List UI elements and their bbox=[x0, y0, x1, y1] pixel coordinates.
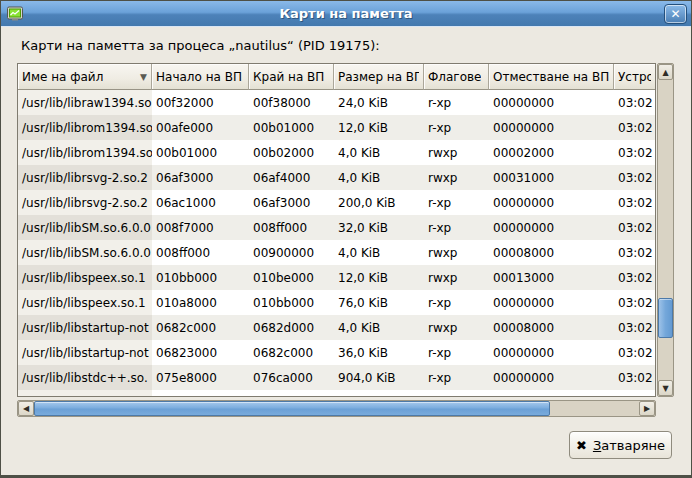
cell-filename: /usr/lib/libSM.so.6.0.0 bbox=[18, 240, 152, 265]
horizontal-scroll-track[interactable] bbox=[34, 401, 639, 416]
cell-start: 00b01000 bbox=[152, 140, 249, 165]
cell-device: 03:02 bbox=[614, 365, 656, 390]
column-header-size[interactable]: Размер на ВП bbox=[334, 64, 424, 90]
cell-end: 076ca000 bbox=[249, 365, 334, 390]
close-dialog-button[interactable]: ✖ Затваряне bbox=[569, 431, 672, 459]
cell-end: 0682c000 bbox=[249, 340, 334, 365]
table-row[interactable]: /usr/lib/libspeex.so.1010bb000010be00012… bbox=[18, 265, 655, 290]
column-header-label: Име на файл bbox=[22, 70, 103, 84]
sort-descending-icon: ▼ bbox=[137, 72, 147, 82]
column-header-flags[interactable]: Флагове bbox=[424, 64, 489, 90]
cell-start: 06af3000 bbox=[152, 165, 249, 190]
cell-size: 12,0 KiB bbox=[334, 115, 424, 140]
cell-start: 008f7000 bbox=[152, 215, 249, 240]
cell-filename: /usr/lib/librsvg-2.so.2 bbox=[18, 165, 152, 190]
scroll-left-icon[interactable]: ◀ bbox=[18, 401, 34, 416]
cell-start: 075e8000 bbox=[152, 365, 249, 390]
cell-flags: rwxp bbox=[424, 240, 489, 265]
table-row[interactable]: /usr/lib/libspeex.so.1010a8000010bb00076… bbox=[18, 290, 655, 315]
cell-start: 0682c000 bbox=[152, 315, 249, 340]
column-header-label: Начало на ВП bbox=[156, 70, 242, 84]
cell-start: 010a8000 bbox=[152, 290, 249, 315]
cell-size: 12,0 KiB bbox=[334, 265, 424, 290]
vertical-scroll-track[interactable] bbox=[658, 80, 673, 380]
cell-filename: /usr/lib/libspeex.so.1 bbox=[18, 265, 152, 290]
cell-flags: rwxp bbox=[424, 140, 489, 165]
cell-size: 200,0 KiB bbox=[334, 190, 424, 215]
cell-end: 00b02000 bbox=[249, 140, 334, 165]
cell-offset: 00013000 bbox=[489, 265, 614, 290]
cell-size: 4,0 KiB bbox=[334, 315, 424, 340]
cell-offset: 00000000 bbox=[489, 190, 614, 215]
cell-filename: /usr/lib/libSM.so.6.0.0 bbox=[18, 215, 152, 240]
cell-offset: 00000000 bbox=[489, 340, 614, 365]
cell-offset: 00000000 bbox=[489, 90, 614, 115]
table-row[interactable]: /usr/lib/libstartup-not0682c0000682d0004… bbox=[18, 315, 655, 340]
window-close-button[interactable]: ✕ bbox=[664, 4, 687, 24]
close-button-label: Затваряне bbox=[593, 438, 665, 453]
cell-filename: /usr/lib/libstartup-not bbox=[18, 340, 152, 365]
cell-filename: /usr/lib/libraw1394.so bbox=[18, 90, 152, 115]
window-title: Карти на паметта bbox=[1, 6, 691, 21]
cell-start: 00f32000 bbox=[152, 90, 249, 115]
memory-maps-dialog: Карти на паметта ✕ Карти на паметта за п… bbox=[0, 0, 692, 478]
column-header-label: Край на ВП bbox=[253, 70, 324, 84]
cell-device: 03:02 bbox=[614, 240, 656, 265]
column-header-end[interactable]: Край на ВП bbox=[249, 64, 334, 90]
column-header-label: Отместване на ВП bbox=[493, 70, 609, 84]
scroll-down-icon[interactable]: ▼ bbox=[658, 380, 673, 396]
cell-flags: r-xp bbox=[424, 365, 489, 390]
cell-offset: 00008000 bbox=[489, 240, 614, 265]
cell-filename: /usr/lib/libstartup-not bbox=[18, 315, 152, 340]
column-header-device[interactable]: Устрой bbox=[614, 64, 656, 90]
cell-size: 4,0 KiB bbox=[334, 240, 424, 265]
cell-flags: r-xp bbox=[424, 290, 489, 315]
cell-filename: /usr/lib/libstdc++.so. bbox=[18, 365, 152, 390]
table-row[interactable]: /usr/lib/libraw1394.so00f3200000f3800024… bbox=[18, 90, 655, 115]
cell-start: 06823000 bbox=[152, 340, 249, 365]
cell-device: 03:02 bbox=[614, 165, 656, 190]
table-row[interactable]: /usr/lib/librom1394.so00b0100000b020004,… bbox=[18, 140, 655, 165]
process-label: Карти на паметта за процеса „nautilus“ (… bbox=[21, 38, 380, 53]
table-row[interactable]: /usr/lib/libSM.so.6.0.0008f7000008ff0003… bbox=[18, 215, 655, 240]
cell-filename: /usr/lib/librsvg-2.so.2 bbox=[18, 190, 152, 215]
table-row[interactable]: /usr/lib/librsvg-2.so.206ac100006af30002… bbox=[18, 190, 655, 215]
column-header-start[interactable]: Начало на ВП bbox=[152, 64, 249, 90]
table-body: /usr/lib/libraw1394.so00f3200000f3800024… bbox=[18, 90, 655, 390]
cell-flags: rwxp bbox=[424, 265, 489, 290]
cell-end: 010bb000 bbox=[249, 290, 334, 315]
cell-end: 00f38000 bbox=[249, 90, 334, 115]
column-header-label: Размер на ВП bbox=[338, 70, 419, 84]
table-row[interactable]: /usr/lib/librom1394.so00afe00000b0100012… bbox=[18, 115, 655, 140]
column-header-filename[interactable]: Име на файл▼ bbox=[18, 64, 152, 90]
table-header-row: Име на файл▼Начало на ВПКрай на ВПРазмер… bbox=[18, 64, 655, 90]
cell-device: 03:02 bbox=[614, 140, 656, 165]
titlebar[interactable]: Карти на паметта ✕ bbox=[1, 1, 691, 27]
scroll-right-icon[interactable]: ▶ bbox=[639, 401, 655, 416]
cell-device: 03:02 bbox=[614, 265, 656, 290]
horizontal-scrollbar[interactable]: ◀ ▶ bbox=[17, 400, 656, 417]
cell-size: 904,0 KiB bbox=[334, 365, 424, 390]
cell-offset: 00008000 bbox=[489, 315, 614, 340]
cell-device: 03:02 bbox=[614, 315, 656, 340]
cell-device: 03:02 bbox=[614, 340, 656, 365]
table-row[interactable]: /usr/lib/librsvg-2.so.206af300006af40004… bbox=[18, 165, 655, 190]
cell-flags: rwxp bbox=[424, 165, 489, 190]
vertical-scroll-thumb[interactable] bbox=[658, 298, 673, 338]
horizontal-scroll-thumb[interactable] bbox=[34, 401, 550, 416]
column-header-label: Флагове bbox=[428, 70, 481, 84]
cell-end: 06af4000 bbox=[249, 165, 334, 190]
table-row[interactable]: /usr/lib/libstartup-not068230000682c0003… bbox=[18, 340, 655, 365]
cell-end: 00b01000 bbox=[249, 115, 334, 140]
cell-filename: /usr/lib/librom1394.so bbox=[18, 115, 152, 140]
cell-end: 010be000 bbox=[249, 265, 334, 290]
cell-end: 008ff000 bbox=[249, 215, 334, 240]
table-row[interactable]: /usr/lib/libstdc++.so.075e8000076ca00090… bbox=[18, 365, 655, 390]
scroll-up-icon[interactable]: ▲ bbox=[658, 64, 673, 80]
table-row[interactable]: /usr/lib/libSM.so.6.0.0008ff000009000004… bbox=[18, 240, 655, 265]
cell-device: 03:02 bbox=[614, 290, 656, 315]
cell-offset: 00000000 bbox=[489, 215, 614, 240]
vertical-scrollbar[interactable]: ▲ ▼ bbox=[657, 63, 674, 397]
cell-offset: 00031000 bbox=[489, 165, 614, 190]
column-header-offset[interactable]: Отместване на ВП bbox=[489, 64, 614, 90]
